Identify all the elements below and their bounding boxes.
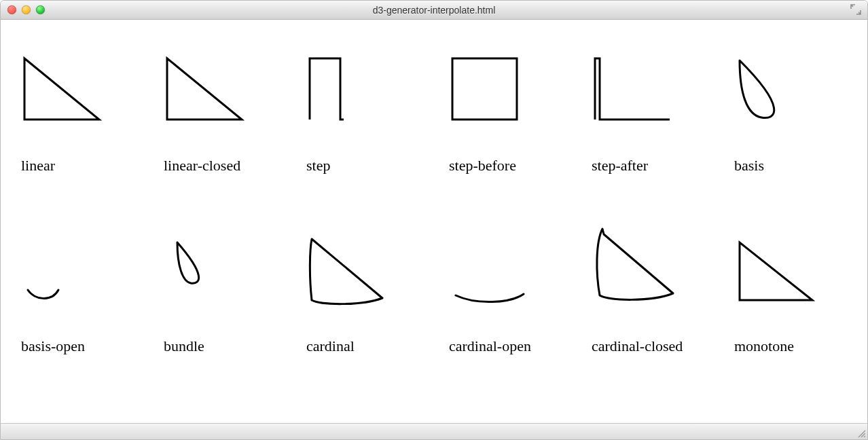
interpolation-cell-basis-open: basis-open <box>21 229 116 355</box>
shape-linear-icon <box>21 48 116 123</box>
interpolation-cell-cardinal: cardinal <box>306 229 401 355</box>
shape-step-after-icon <box>592 48 687 123</box>
interpolation-label: linear <box>21 157 55 175</box>
interpolation-row: linear linear-closed step <box>21 48 854 175</box>
interpolation-label: bundle <box>164 337 204 355</box>
interpolation-label: linear-closed <box>164 157 240 175</box>
titlebar: d3-generator-interpolate.html <box>1 1 867 20</box>
shape-cardinal-open-icon <box>449 229 544 304</box>
interpolation-label: basis <box>734 157 764 175</box>
interpolation-label: step-after <box>592 157 648 175</box>
close-icon[interactable] <box>7 5 16 14</box>
interpolation-cell-cardinal-closed: cardinal-closed <box>592 229 687 355</box>
interpolation-cell-bundle: bundle <box>164 229 259 355</box>
interpolation-cell-linear-closed: linear-closed <box>164 48 259 175</box>
content: linear linear-closed step <box>1 20 867 423</box>
minimize-icon[interactable] <box>22 5 31 14</box>
interpolation-label: step <box>306 157 330 175</box>
statusbar <box>1 423 867 439</box>
interpolation-cell-linear: linear <box>21 48 116 175</box>
shape-step-before-icon <box>449 48 544 123</box>
interpolation-label: step-before <box>449 157 516 175</box>
interpolation-row: basis-open bundle cardinal <box>21 229 854 355</box>
interpolation-label: cardinal-open <box>449 337 531 355</box>
interpolation-cell-basis: basis <box>734 48 829 175</box>
interpolation-cell-step-after: step-after <box>592 48 687 175</box>
interpolation-label: cardinal <box>306 337 355 355</box>
interpolation-cell-step: step <box>306 48 401 175</box>
shape-cardinal-closed-icon <box>592 229 687 304</box>
interpolation-label: cardinal-closed <box>592 337 683 355</box>
interpolation-label: monotone <box>734 337 794 355</box>
shape-bundle-icon <box>164 229 259 304</box>
zoom-icon[interactable] <box>36 5 45 14</box>
resize-grip-icon[interactable] <box>856 428 866 438</box>
shape-basis-icon <box>734 48 829 123</box>
traffic-lights <box>1 5 45 14</box>
window-title: d3-generator-interpolate.html <box>1 5 867 16</box>
shape-basis-open-icon <box>21 229 116 304</box>
shape-monotone-icon <box>734 229 829 304</box>
window: d3-generator-interpolate.html linear <box>0 0 868 440</box>
interpolation-cell-cardinal-open: cardinal-open <box>449 229 544 355</box>
shape-step-icon <box>306 48 401 123</box>
fullscreen-icon[interactable] <box>850 3 862 16</box>
shape-cardinal-icon <box>306 229 401 304</box>
interpolation-label: basis-open <box>21 337 85 355</box>
interpolation-cell-monotone: monotone <box>734 229 829 355</box>
interpolation-cell-step-before: step-before <box>449 48 544 175</box>
shape-linear-closed-icon <box>164 48 259 123</box>
